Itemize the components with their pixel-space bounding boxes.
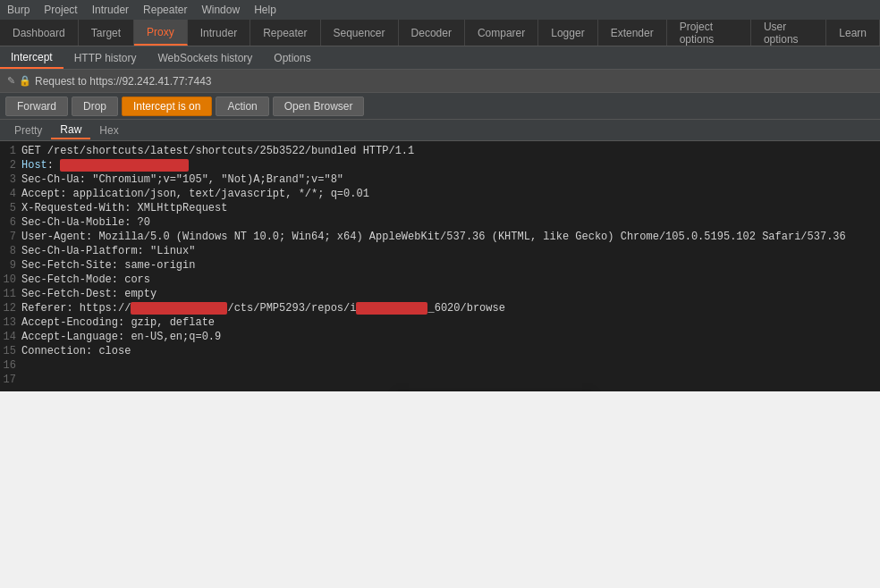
tab-hex[interactable]: Hex — [90, 122, 127, 139]
drop-button[interactable]: Drop — [72, 97, 118, 116]
main-tab-bar: Dashboard Target Proxy Intruder Repeater… — [0, 20, 880, 46]
http-line-13: 13Accept-Encoding: gzip, deflate — [0, 316, 880, 331]
action-button[interactable]: Action — [216, 97, 268, 116]
menu-help[interactable]: Help — [247, 2, 283, 18]
line-number: 12 — [0, 302, 21, 315]
pencil-icon: ✎ — [7, 75, 15, 87]
http-line-16: 16 — [0, 359, 880, 374]
line-number: 5 — [0, 202, 21, 214]
http-line-11: 11Sec-Fetch-Dest: empty — [0, 288, 880, 302]
tab-user-options[interactable]: User options — [751, 20, 826, 46]
line-text: Sec-Ch-Ua-Platform: "Linux" — [21, 245, 195, 257]
http-line-8: 8Sec-Ch-Ua-Platform: "Linux" — [0, 245, 880, 259]
menu-burp[interactable]: Burp — [0, 2, 37, 18]
http-line-1: 1GET /rest/shortcuts/latest/shortcuts/25… — [0, 145, 880, 159]
tab-target[interactable]: Target — [79, 20, 134, 46]
lock-icon: 🔒 — [19, 75, 31, 87]
menu-window[interactable]: Window — [194, 2, 247, 18]
line-text: Accept-Language: en-US,en;q=0.9 — [21, 331, 221, 343]
line-text: User-Agent: Mozilla/5.0 (Windows NT 10.0… — [21, 231, 846, 243]
tab-decoder[interactable]: Decoder — [399, 20, 465, 46]
line-number: 14 — [0, 331, 21, 343]
open-browser-button[interactable]: Open Browser — [273, 97, 365, 116]
menu-repeater[interactable]: Repeater — [136, 2, 194, 18]
http-line-2: 2Host: — [0, 159, 880, 173]
line-text: Sec-Ch-Ua-Mobile: ?0 — [21, 216, 150, 229]
http-line-9: 9Sec-Fetch-Site: same-origin — [0, 259, 880, 273]
menu-intruder[interactable]: Intruder — [85, 2, 136, 18]
line-text: Sec-Ch-Ua: "Chromium";v="105", "Not)A;Br… — [21, 173, 343, 186]
line-number: 16 — [0, 359, 21, 372]
tab-extender[interactable]: Extender — [598, 20, 667, 46]
http-line-7: 7User-Agent: Mozilla/5.0 (Windows NT 10.… — [0, 231, 880, 245]
menu-bar: Burp Project Intruder Repeater Window He… — [0, 0, 880, 20]
http-line-4: 4Accept: application/json, text/javascri… — [0, 188, 880, 202]
request-url: Request to https://92.242.41.77:7443 — [35, 75, 211, 88]
line-number: 15 — [0, 345, 21, 357]
tab-logger[interactable]: Logger — [538, 20, 597, 46]
menu-project[interactable]: Project — [37, 2, 84, 18]
tab-proxy[interactable]: Proxy — [134, 20, 188, 46]
http-line-15: 15Connection: close — [0, 345, 880, 359]
tab-learn[interactable]: Learn — [826, 20, 880, 46]
line-text: Accept: application/json, text/javascrip… — [21, 188, 369, 200]
url-bar: ✎ 🔒 Request to https://92.242.41.77:7443 — [0, 70, 880, 93]
line-text: Sec-Fetch-Site: same-origin — [21, 259, 195, 272]
line-number: 2 — [0, 159, 21, 172]
http-line-12: 12Referer: https:// /cts/PMP5293/repos/i… — [0, 302, 880, 316]
line-number: 4 — [0, 188, 21, 200]
tab-project-options[interactable]: Project options — [667, 20, 751, 46]
line-number: 13 — [0, 316, 21, 329]
line-number: 17 — [0, 374, 21, 386]
http-line-14: 14Accept-Language: en-US,en;q=0.9 — [0, 331, 880, 345]
tab-raw[interactable]: Raw — [51, 122, 90, 139]
line-text: Accept-Encoding: gzip, deflate — [21, 316, 215, 329]
subtab-websockets-history[interactable]: WebSockets history — [148, 46, 264, 69]
http-line-6: 6Sec-Ch-Ua-Mobile: ?0 — [0, 216, 880, 231]
tab-repeater[interactable]: Repeater — [250, 20, 320, 46]
forward-button[interactable]: Forward — [5, 97, 68, 116]
line-number: 10 — [0, 273, 21, 286]
tab-pretty[interactable]: Pretty — [5, 122, 51, 139]
line-text: Sec-Fetch-Mode: cors — [21, 273, 150, 286]
line-number: 3 — [0, 173, 21, 186]
subtab-intercept[interactable]: Intercept — [0, 46, 63, 69]
line-number: 7 — [0, 231, 21, 243]
http-line-3: 3Sec-Ch-Ua: "Chromium";v="105", "Not)A;B… — [0, 173, 880, 188]
http-content-area[interactable]: 1GET /rest/shortcuts/latest/shortcuts/25… — [0, 141, 880, 391]
line-text: Host: — [21, 159, 189, 172]
line-text: Referer: https:// /cts/PMP5293/repos/i _… — [21, 302, 505, 315]
line-number: 9 — [0, 259, 21, 272]
line-text: Connection: close — [21, 345, 131, 357]
line-number: 8 — [0, 245, 21, 257]
line-number: 1 — [0, 145, 21, 157]
http-line-10: 10Sec-Fetch-Mode: cors — [0, 273, 880, 288]
proxy-subtab-bar: Intercept HTTP history WebSockets histor… — [0, 46, 880, 70]
tab-comparer[interactable]: Comparer — [465, 20, 538, 46]
intercept-toggle-button[interactable]: Intercept is on — [122, 97, 212, 116]
line-number: 6 — [0, 216, 21, 229]
intercept-toolbar: Forward Drop Intercept is on Action Open… — [0, 93, 880, 120]
line-text: X-Requested-With: XMLHttpRequest — [21, 202, 227, 214]
tab-sequencer[interactable]: Sequencer — [321, 20, 399, 46]
line-number: 11 — [0, 288, 21, 300]
subtab-options[interactable]: Options — [263, 46, 321, 69]
http-line-17: 17 — [0, 374, 880, 388]
subtab-http-history[interactable]: HTTP history — [63, 46, 148, 69]
http-line-5: 5X-Requested-With: XMLHttpRequest — [0, 202, 880, 216]
tab-intruder[interactable]: Intruder — [188, 20, 250, 46]
content-format-tabs: Pretty Raw Hex — [0, 120, 880, 141]
line-text: GET /rest/shortcuts/latest/shortcuts/25b… — [21, 145, 414, 157]
line-text: Sec-Fetch-Dest: empty — [21, 288, 157, 300]
tab-dashboard[interactable]: Dashboard — [0, 20, 79, 46]
